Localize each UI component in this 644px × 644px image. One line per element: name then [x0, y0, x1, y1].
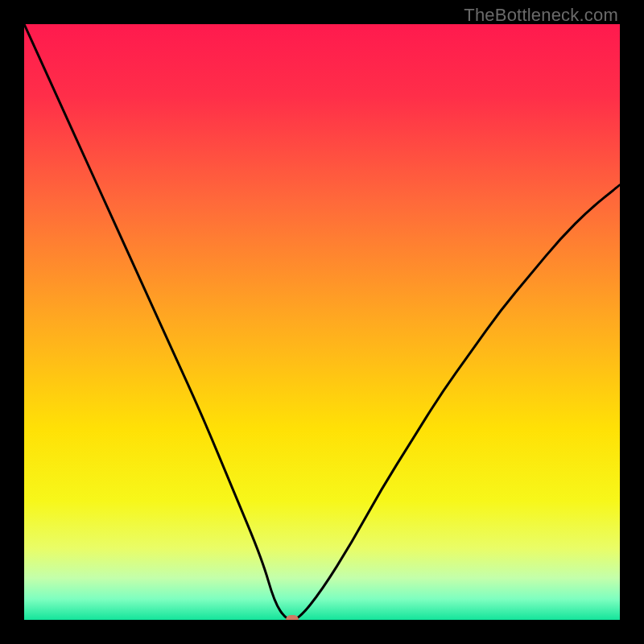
curve-layer [24, 24, 620, 620]
chart-frame: TheBottleneck.com [0, 0, 644, 644]
plot-area [24, 24, 620, 620]
optimal-marker [286, 615, 299, 620]
bottleneck-curve [24, 24, 620, 620]
watermark-text: TheBottleneck.com [464, 5, 618, 26]
